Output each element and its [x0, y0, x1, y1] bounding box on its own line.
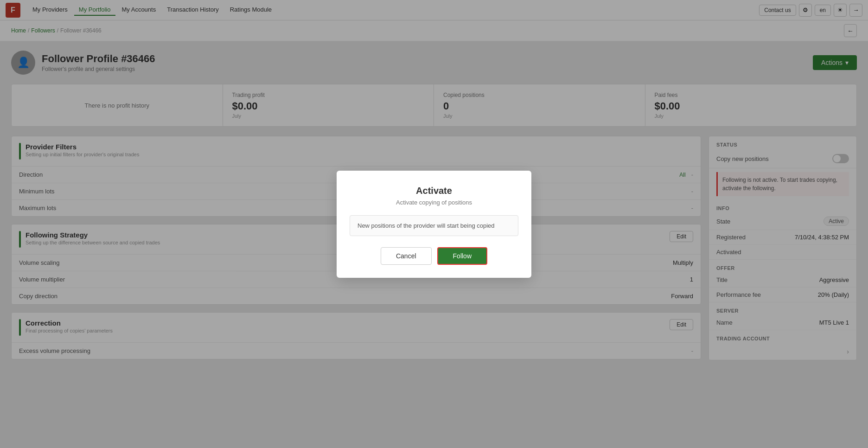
- cancel-button[interactable]: Cancel: [381, 247, 432, 265]
- modal-subtitle: Activate copying of positions: [350, 199, 518, 206]
- modal-actions: Cancel Follow: [350, 247, 518, 265]
- modal-overlay[interactable]: Activate Activate copying of positions N…: [0, 0, 868, 376]
- modal-title: Activate: [350, 186, 518, 196]
- modal-info-text: New positions of the provider will start…: [350, 215, 518, 236]
- activate-modal: Activate Activate copying of positions N…: [337, 171, 531, 278]
- follow-button[interactable]: Follow: [437, 247, 487, 265]
